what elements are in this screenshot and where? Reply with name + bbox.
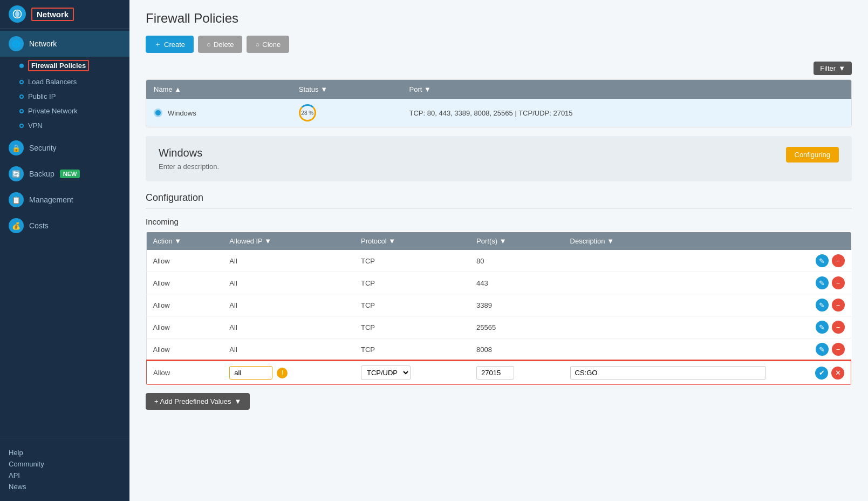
table-row[interactable]: Windows 28 % TCP: 80, 443, 3389, 8008, 2… xyxy=(146,99,851,127)
edit-row-button[interactable]: ✎ xyxy=(816,254,829,267)
delete-label: Delete xyxy=(214,40,234,49)
add-predefined-label: + Add Predefined Values xyxy=(154,397,231,405)
edit-port-input[interactable] xyxy=(476,366,514,380)
sidebar-item-privatenet[interactable]: Private Network xyxy=(0,104,129,118)
filter-row: Filter ▼ xyxy=(146,62,852,75)
col-port: Port ▼ xyxy=(402,80,851,99)
firewall-label: Firewall Policies xyxy=(28,60,89,71)
sidebar-item-vpn[interactable]: VPN xyxy=(0,118,129,133)
detail-panel: Windows Enter a description. Configuring xyxy=(146,136,852,181)
action-cell: Allow xyxy=(146,338,223,361)
protocol-cell: TCP xyxy=(354,316,470,338)
cancel-edit-button[interactable]: ✕ xyxy=(831,367,844,380)
remove-row-button[interactable]: − xyxy=(832,321,845,334)
policies-table: Name ▲ Status ▼ Port ▼ Windows xyxy=(146,80,851,127)
table-row: Allow All TCP 8008 ✎ − xyxy=(146,338,851,361)
app-logo xyxy=(9,5,26,23)
table-row: Allow All TCP 3389 ✎ − xyxy=(146,294,851,316)
configuring-label: Configuring xyxy=(795,151,831,159)
incoming-title: Incoming xyxy=(146,217,852,226)
action-icons-cell: ✎ − xyxy=(773,316,851,338)
sidebar-pnet-label: Private Network xyxy=(28,107,78,115)
col-allowed-ip: Allowed IP ▼ xyxy=(223,232,354,250)
filter-icon: ▼ xyxy=(838,64,845,72)
remove-row-button[interactable]: − xyxy=(832,343,845,356)
action-cell: Allow xyxy=(146,294,223,316)
clone-button[interactable]: ○ Clone xyxy=(247,36,289,53)
action-cell: Allow xyxy=(146,250,223,272)
incoming-table: Action ▼ Allowed IP ▼ Protocol ▼ Port(s)… xyxy=(146,232,852,385)
ip-cell: All xyxy=(223,316,354,338)
sidebar-item-management[interactable]: 📋 Management xyxy=(0,187,129,213)
col-status: Status ▼ xyxy=(291,80,402,99)
warn-icon: ! xyxy=(277,368,288,378)
backup-new-badge: NEW xyxy=(60,170,80,178)
delete-button[interactable]: ○ Delete xyxy=(198,36,242,53)
col-action: Action ▼ xyxy=(146,232,223,250)
sidebar-lb-label: Load Balancers xyxy=(28,78,77,86)
filter-button[interactable]: Filter ▼ xyxy=(814,62,852,75)
edit-row-button[interactable]: ✎ xyxy=(816,276,829,289)
protocol-cell: TCP xyxy=(354,272,470,294)
toolbar: ＋ Create ○ Delete ○ Clone xyxy=(146,36,852,53)
row-radio[interactable] xyxy=(154,109,162,117)
management-icon: 📋 xyxy=(9,192,24,207)
security-icon: 🔒 xyxy=(9,140,24,155)
sidebar-item-network[interactable]: 🌐 Network xyxy=(0,31,129,57)
remove-row-button[interactable]: − xyxy=(832,254,845,267)
sidebar-item-network-label: Network xyxy=(29,39,57,48)
configuring-button[interactable]: Configuring xyxy=(786,147,839,163)
table-row: Allow All TCP 80 ✎ − xyxy=(146,250,851,272)
sidebar-costs-label: Costs xyxy=(29,221,49,230)
footer-help[interactable]: Help xyxy=(9,447,121,458)
port-cell: 443 xyxy=(470,272,563,294)
footer-community[interactable]: Community xyxy=(9,458,121,470)
edit-row-button[interactable]: ✎ xyxy=(816,299,829,312)
footer-api[interactable]: API xyxy=(9,470,121,481)
create-plus-icon: ＋ xyxy=(154,39,161,49)
edit-desc-cell xyxy=(564,361,773,385)
edit-protocol-select[interactable]: TCPUDPTCP/UDPICMP xyxy=(361,365,411,380)
sidebar-item-publicip[interactable]: Public IP xyxy=(0,89,129,104)
action-icons-cell: ✎ − xyxy=(773,338,851,361)
edit-ip-input[interactable] xyxy=(229,366,272,380)
sidebar-item-backup[interactable]: 🔄 Backup NEW xyxy=(0,161,129,187)
sidebar-management-label: Management xyxy=(29,195,73,204)
sidebar-item-security[interactable]: 🔒 Security xyxy=(0,135,129,161)
subnav-dot-lb xyxy=(19,80,24,84)
edit-ip-cell: ! xyxy=(223,361,354,385)
delete-icon: ○ xyxy=(207,40,211,49)
ip-cell: All xyxy=(223,272,354,294)
edit-desc-input[interactable] xyxy=(570,366,767,380)
policy-status-cell: 28 % xyxy=(291,99,402,127)
app-title: Network xyxy=(31,8,74,21)
desc-cell xyxy=(564,250,773,272)
sidebar-item-costs[interactable]: 💰 Costs xyxy=(0,213,129,239)
remove-row-button[interactable]: − xyxy=(832,276,845,289)
subnav-dot-firewall xyxy=(19,64,24,68)
edit-row-button[interactable]: ✎ xyxy=(816,343,829,356)
footer-news[interactable]: News xyxy=(9,481,121,492)
dropdown-chevron-icon: ▼ xyxy=(235,397,242,405)
create-button[interactable]: ＋ Create xyxy=(146,36,194,53)
col-actions xyxy=(773,232,851,250)
policy-name-cell: Windows xyxy=(146,99,291,127)
ip-cell: All xyxy=(223,338,354,361)
remove-row-button[interactable]: − xyxy=(832,299,845,312)
edit-row-button[interactable]: ✎ xyxy=(816,321,829,334)
create-label: Create xyxy=(164,40,185,49)
page-title: Firewall Policies xyxy=(146,11,852,26)
filter-label: Filter xyxy=(820,64,836,72)
action-icons-cell: ✎ − xyxy=(773,250,851,272)
action-cell: Allow xyxy=(146,272,223,294)
clone-label: Clone xyxy=(262,40,281,49)
sidebar-header: Network xyxy=(0,0,129,29)
sidebar-item-firewall[interactable]: Firewall Policies xyxy=(0,57,129,75)
add-predefined-button[interactable]: + Add Predefined Values ▼ xyxy=(146,393,250,410)
save-edit-button[interactable]: ✔ xyxy=(815,367,828,380)
policy-port-cell: TCP: 80, 443, 3389, 8008, 25565 | TCP/UD… xyxy=(402,99,851,127)
backup-icon: 🔄 xyxy=(9,166,24,181)
detail-name: Windows xyxy=(159,147,219,159)
sidebar-item-loadbalancers[interactable]: Load Balancers xyxy=(0,75,129,89)
policies-table-header: Name ▲ Status ▼ Port ▼ xyxy=(146,80,851,99)
